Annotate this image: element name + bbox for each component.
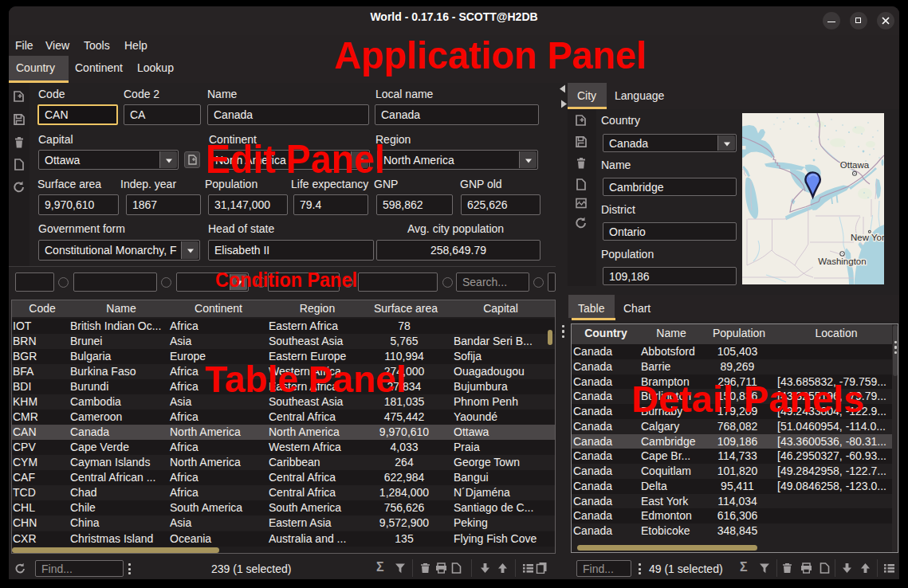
svg-text:Washington: Washington [818, 257, 866, 266]
svg-text:New York: New York [851, 233, 884, 242]
svg-text:Ottawa: Ottawa [840, 160, 870, 170]
